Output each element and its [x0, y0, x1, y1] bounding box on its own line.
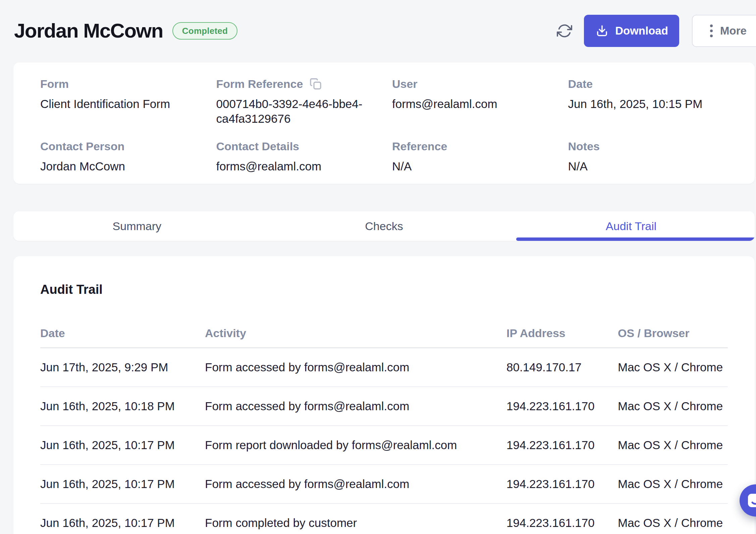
cell-activity: Form report downloaded by forms@realaml.…	[205, 438, 506, 452]
table-row: Jun 16th, 2025, 10:17 PM Form report dow…	[40, 426, 728, 465]
field-form: Form Client Identification Form	[40, 77, 200, 126]
field-notes: Notes N/A	[568, 140, 728, 174]
field-contact-person: Contact Person Jordan McCown	[40, 140, 200, 174]
download-icon	[595, 24, 609, 38]
field-form-reference: Form Reference 000714b0-3392-4e46-bbe4-c…	[216, 77, 376, 126]
field-label: Contact Person	[40, 140, 124, 153]
refresh-button[interactable]	[556, 22, 573, 40]
page: Jordan McCown Completed Download	[0, 0, 756, 534]
table-row: Jun 16th, 2025, 10:18 PM Form accessed b…	[40, 387, 728, 426]
field-label: Contact Details	[216, 140, 300, 153]
field-value: forms@realaml.com	[392, 97, 552, 111]
table-row: Jun 16th, 2025, 10:17 PM Form completed …	[40, 504, 728, 534]
tab-audit-trail[interactable]: Audit Trail	[507, 211, 755, 241]
cell-os-browser: Mac OS X / Chrome	[618, 438, 728, 452]
cell-activity: Form accessed by forms@realaml.com	[205, 399, 506, 413]
field-value: 000714b0-3392-4e46-bbe4-ca4fa3129676	[216, 97, 376, 126]
copy-reference-button[interactable]	[309, 77, 322, 91]
field-contact-details: Contact Details forms@realaml.com	[216, 140, 376, 174]
field-value: Client Identification Form	[40, 97, 200, 111]
field-value: N/A	[568, 159, 728, 174]
cell-date: Jun 16th, 2025, 10:17 PM	[40, 516, 205, 530]
field-label: Notes	[568, 140, 600, 153]
more-button[interactable]: More	[692, 15, 756, 47]
column-header-os-browser: OS / Browser	[618, 327, 728, 340]
column-header-ip: IP Address	[506, 327, 618, 340]
header-actions: Download More	[556, 15, 756, 47]
audit-trail-card: Audit Trail Date Activity IP Address OS …	[13, 256, 755, 534]
field-label: Form	[40, 77, 69, 91]
field-label: Date	[568, 77, 593, 91]
title-group: Jordan McCown Completed	[14, 19, 237, 43]
page-title: Jordan McCown	[14, 19, 163, 43]
cell-activity: Form completed by customer	[205, 516, 506, 530]
chat-icon	[746, 491, 756, 510]
field-value: Jun 16th, 2025, 10:15 PM	[568, 97, 728, 111]
refresh-icon	[557, 23, 572, 39]
copy-icon	[309, 77, 322, 91]
cell-ip: 194.223.161.170	[506, 438, 618, 452]
column-header-date: Date	[40, 327, 205, 340]
cell-ip: 194.223.161.170	[506, 516, 618, 530]
field-date: Date Jun 16th, 2025, 10:15 PM	[568, 77, 728, 126]
table-row: Jun 16th, 2025, 10:17 PM Form accessed b…	[40, 465, 728, 504]
status-badge: Completed	[172, 22, 237, 40]
cell-os-browser: Mac OS X / Chrome	[618, 361, 728, 374]
cell-ip: 80.149.170.17	[506, 361, 618, 374]
audit-trail-table: Date Activity IP Address OS / Browser Ju…	[40, 319, 728, 534]
cell-activity: Form accessed by forms@realaml.com	[205, 361, 506, 374]
table-row: Jun 17th, 2025, 9:29 PM Form accessed by…	[40, 348, 728, 387]
cell-ip: 194.223.161.170	[506, 399, 618, 413]
cell-activity: Form accessed by forms@realaml.com	[205, 477, 506, 491]
section-title: Audit Trail	[40, 282, 728, 297]
field-reference: Reference N/A	[392, 140, 552, 174]
cell-ip: 194.223.161.170	[506, 477, 618, 491]
cell-date: Jun 16th, 2025, 10:17 PM	[40, 477, 205, 491]
cell-date: Jun 16th, 2025, 10:17 PM	[40, 438, 205, 452]
field-value: forms@realaml.com	[216, 159, 376, 174]
cell-date: Jun 16th, 2025, 10:18 PM	[40, 399, 205, 413]
field-value: N/A	[392, 159, 552, 174]
cell-os-browser: Mac OS X / Chrome	[618, 477, 728, 491]
field-label: Form Reference	[216, 77, 303, 91]
kebab-icon	[710, 24, 713, 37]
tab-summary[interactable]: Summary	[13, 211, 261, 241]
cell-date: Jun 17th, 2025, 9:29 PM	[40, 361, 205, 374]
cell-os-browser: Mac OS X / Chrome	[618, 399, 728, 413]
field-user: User forms@realaml.com	[392, 77, 552, 126]
column-header-activity: Activity	[205, 327, 506, 340]
form-summary-card: Form Client Identification Form Form Ref…	[13, 62, 755, 184]
field-label: Reference	[392, 140, 447, 153]
tab-bar: Summary Checks Audit Trail	[13, 211, 755, 241]
page-header: Jordan McCown Completed Download	[0, 0, 756, 47]
table-header-row: Date Activity IP Address OS / Browser	[40, 319, 728, 348]
field-value: Jordan McCown	[40, 159, 200, 174]
cell-os-browser: Mac OS X / Chrome	[618, 516, 728, 530]
more-label: More	[720, 24, 747, 37]
field-label: User	[392, 77, 418, 91]
download-button[interactable]: Download	[584, 15, 679, 47]
download-label: Download	[615, 24, 668, 37]
tab-checks[interactable]: Checks	[261, 211, 508, 241]
